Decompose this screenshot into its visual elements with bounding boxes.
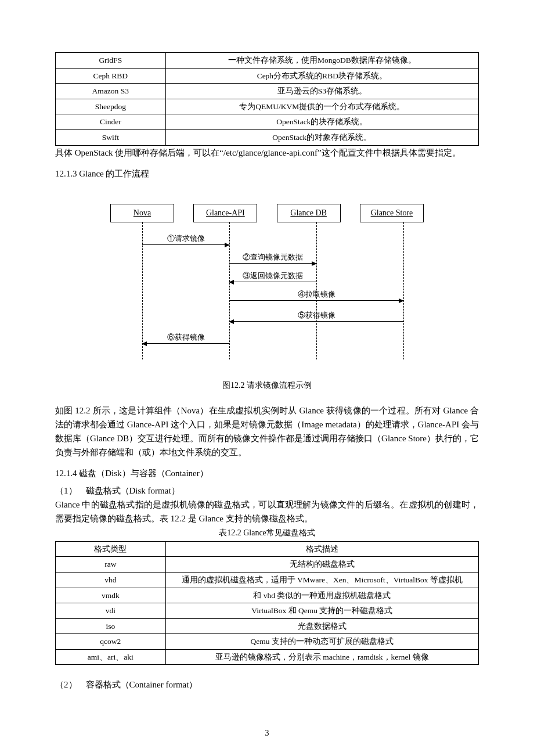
table-cell: Amazon S3 — [56, 84, 166, 99]
disk-format-table: 格式类型格式描述 raw无结构的磁盘格式vhd通用的虚拟机磁盘格式，适用于 VM… — [55, 541, 479, 665]
sequence-arrow — [142, 343, 229, 344]
table-cell: vdi — [56, 603, 166, 619]
paragraph-config-note: 具体 OpenStack 使用哪种存储后端，可以在“/etc/glance/gl… — [55, 146, 479, 160]
table-cell: vhd — [56, 572, 166, 588]
lifeline-glance-store — [403, 222, 404, 359]
sequence-arrow — [229, 321, 403, 322]
table-caption-12-2: 表12.2 Glance常见磁盘格式 — [55, 527, 479, 539]
table-cell: 亚马逊云的S3存储系统。 — [165, 84, 478, 99]
storage-backend-table: GridFS一种文件存储系统，使用MongoDB数据库存储镜像。Ceph RBD… — [55, 52, 479, 146]
table-cell: Sheepdog — [56, 99, 166, 114]
table-row: vdiVirtualBox 和 Qemu 支持的一种磁盘格式 — [56, 603, 479, 619]
table-cell: OpenStack的块存储系统。 — [165, 114, 478, 130]
table-cell: qcow2 — [56, 634, 166, 650]
heading-item-1: （1） 磁盘格式（Disk format） — [55, 484, 479, 498]
paragraph-12-2-desc: 如图 12.2 所示，这是计算组件（Nova）在生成虚拟机实例时从 Glance… — [55, 404, 479, 459]
table-cell: raw — [56, 557, 166, 573]
sequence-actor: Nova — [110, 204, 174, 222]
heading-12-1-4: 12.1.4 磁盘（Disk）与容器（Container） — [55, 466, 479, 480]
sequence-diagram: NovaGlance-APIGlance DBGlance Store ①请求镜… — [104, 204, 430, 359]
table-cell: Swift — [56, 129, 166, 145]
sequence-message-label: ③返回镜像元数据 — [229, 270, 316, 280]
table-cell: iso — [56, 618, 166, 634]
table-cell: 专为QEMU/KVM提供的一个分布式存储系统。 — [165, 99, 478, 114]
page: GridFS一种文件存储系统，使用MongoDB数据库存储镜像。Ceph RBD… — [0, 0, 534, 756]
table-header-cell: 格式类型 — [56, 541, 166, 557]
sequence-arrow — [229, 282, 316, 282]
sequence-message-label: ④拉取镜像 — [229, 289, 403, 299]
sequence-actor: Glance Store — [360, 204, 424, 222]
table-cell: 亚马逊的镜像格式，分别表示 machine，ramdisk，kernel 镜像 — [165, 649, 478, 665]
table-cell: 一种文件存储系统，使用MongoDB数据库存储镜像。 — [165, 53, 478, 69]
sequence-actor: Glance DB — [277, 204, 341, 222]
table-cell: GridFS — [56, 53, 166, 69]
table-header-cell: 格式描述 — [165, 541, 478, 557]
figure-caption-12-2: 图12.2 请求镜像流程示例 — [55, 379, 479, 392]
paragraph-disk-format: Glance 中的磁盘格式指的是虚拟机镜像的磁盘格式，可以直观理解为镜像文件的后… — [55, 498, 479, 525]
table-row: GridFS一种文件存储系统，使用MongoDB数据库存储镜像。 — [56, 53, 479, 69]
table-cell: 和 vhd 类似的一种通用虚拟机磁盘格式 — [165, 588, 478, 603]
sequence-arrow — [229, 263, 316, 264]
table-cell: Ceph分布式系统的RBD块存储系统。 — [165, 68, 478, 84]
table-cell: vmdk — [56, 588, 166, 603]
sequence-actor: Glance-API — [193, 204, 257, 222]
table-row: iso光盘数据格式 — [56, 618, 479, 634]
heading-item-2: （2） 容器格式（Container format） — [55, 678, 479, 692]
table-cell: Cinder — [56, 114, 166, 130]
sequence-arrow — [142, 244, 229, 245]
sequence-arrow — [229, 300, 403, 301]
sequence-message-label: ⑥获得镜像 — [142, 332, 229, 342]
table-row: ami、ari、aki亚马逊的镜像格式，分别表示 machine，ramdisk… — [56, 649, 479, 665]
table-cell: 通用的虚拟机磁盘格式，适用于 VMware、Xen、Microsoft、Virt… — [165, 572, 478, 588]
table-row: vhd通用的虚拟机磁盘格式，适用于 VMware、Xen、Microsoft、V… — [56, 572, 479, 588]
table-row: Sheepdog专为QEMU/KVM提供的一个分布式存储系统。 — [56, 99, 479, 114]
table-row: qcow2Qemu 支持的一种动态可扩展的磁盘格式 — [56, 634, 479, 650]
table-cell: VirtualBox 和 Qemu 支持的一种磁盘格式 — [165, 603, 478, 619]
table-cell: 光盘数据格式 — [165, 618, 478, 634]
sequence-message-label: ①请求镜像 — [142, 233, 229, 243]
table-cell: Qemu 支持的一种动态可扩展的磁盘格式 — [165, 634, 478, 650]
table-cell: Ceph RBD — [56, 68, 166, 84]
table-row: vmdk和 vhd 类似的一种通用虚拟机磁盘格式 — [56, 588, 479, 603]
sequence-message-label: ②查询镜像元数据 — [229, 251, 316, 262]
sequence-message-label: ⑤获得镜像 — [229, 309, 403, 320]
table-row: Amazon S3亚马逊云的S3存储系统。 — [56, 84, 479, 99]
table-cell: OpenStack的对象存储系统。 — [165, 129, 478, 145]
heading-12-1-3: 12.1.3 Glance 的工作流程 — [55, 167, 479, 181]
table-row: SwiftOpenStack的对象存储系统。 — [56, 129, 479, 145]
table-cell: 无结构的磁盘格式 — [165, 557, 478, 573]
table-cell: ami、ari、aki — [56, 649, 166, 665]
page-number: 3 — [0, 727, 534, 740]
table-row: raw无结构的磁盘格式 — [56, 557, 479, 573]
table-row: Ceph RBDCeph分布式系统的RBD块存储系统。 — [56, 68, 479, 84]
table-row: CinderOpenStack的块存储系统。 — [56, 114, 479, 130]
